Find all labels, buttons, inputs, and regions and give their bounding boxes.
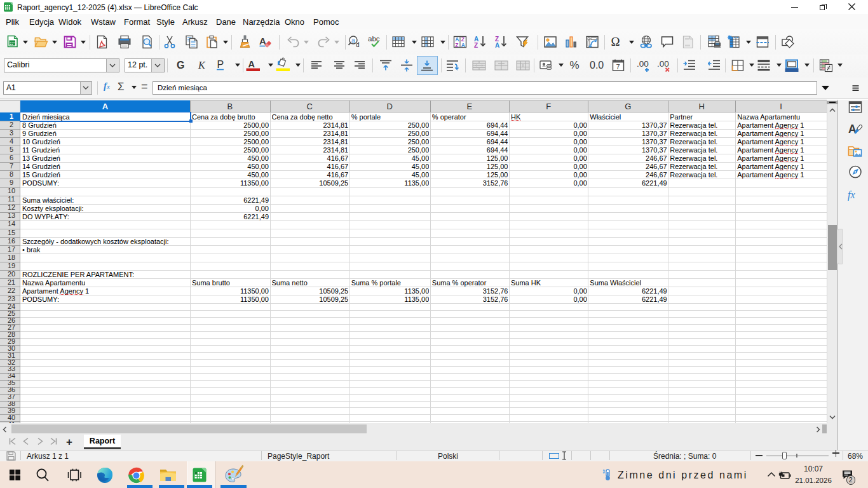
svg-text:fx: fx (848, 189, 855, 201)
svg-text:P: P (217, 59, 224, 70)
svg-text:K: K (198, 60, 206, 71)
svg-text:d: d (356, 41, 360, 48)
svg-text:Ω: Ω (611, 35, 620, 48)
svg-text:A: A (461, 42, 465, 48)
svg-text:A: A (474, 36, 478, 43)
svg-text:7: 7 (616, 63, 620, 71)
svg-text:Z: Z (455, 42, 458, 48)
svg-text:A: A (248, 59, 255, 69)
svg-text:.00: .00 (657, 59, 669, 69)
svg-text:%: % (570, 59, 580, 71)
svg-text:0.0: 0.0 (590, 60, 604, 71)
svg-text:a: a (351, 37, 355, 44)
svg-text:G: G (177, 60, 184, 71)
svg-text:Z: Z (495, 36, 499, 43)
svg-text:.00: .00 (637, 59, 649, 69)
svg-text:Z: Z (474, 42, 478, 49)
svg-text:A: A (495, 42, 499, 49)
